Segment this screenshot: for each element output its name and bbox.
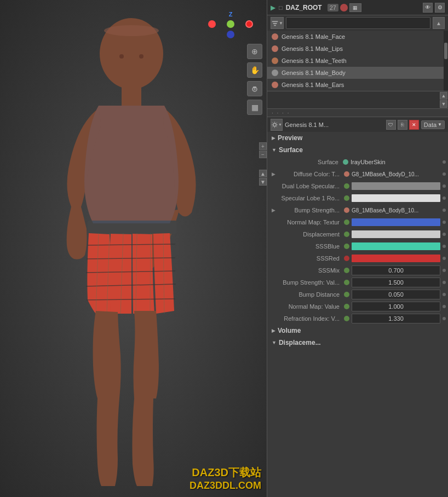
bump-distance-content: 0.050	[344, 290, 446, 299]
sss-blue-row[interactable]: SSSBlue	[267, 240, 448, 252]
bump-strength-content: G8_1MBaseA_BodyB_10...	[344, 207, 446, 213]
transform-gizmo: Z	[208, 11, 253, 38]
icon-count-badge: 27	[328, 4, 338, 11]
diffuse-color-row[interactable]: ▶ Diffuse Color: T... G8_1MBaseA_BodyD_1…	[267, 168, 448, 180]
gizmo-z-label: Z	[229, 11, 233, 18]
dual-lobe-end-dot	[443, 184, 446, 188]
zoom-icon[interactable]: ⊕	[247, 44, 262, 59]
bump-distance-row[interactable]: Bump Distance 0.050	[267, 288, 448, 300]
material-name-teeth: Genesis 8.1 Male_Teeth	[282, 57, 347, 64]
preview-section-header[interactable]: ▶ Preview	[267, 132, 448, 144]
sss-mix-label: SSSMix	[277, 267, 344, 274]
eye-icon[interactable]: 👁	[423, 3, 433, 13]
normal-map-val-field[interactable]: 1.000	[352, 302, 440, 311]
properties-area[interactable]: ▶ Preview ▼ Surface Surface IrayUberSkin…	[267, 132, 448, 497]
refraction-index-value: 1.330	[388, 315, 404, 322]
sss-red-bar	[352, 255, 440, 262]
watermark-line1: DAZ3D下载站	[192, 465, 261, 480]
material-item-teeth[interactable]: Genesis 8.1 Male_Teeth	[267, 55, 448, 67]
bump-strength-row[interactable]: ▶ Bump Strength... G8_1MBaseA_BodyB_10..…	[267, 204, 448, 216]
search-input[interactable]	[286, 17, 430, 29]
sss-red-label: SSSRed	[277, 255, 344, 262]
refraction-index-dot	[344, 316, 349, 321]
material-item-face[interactable]: Genesis 8.1 Male_Face	[267, 31, 448, 43]
displacement-section-title: Displaceme...	[279, 339, 321, 346]
sss-red-row[interactable]: SSSRed	[267, 252, 448, 264]
shield-icon[interactable]: 🛡	[386, 120, 396, 130]
dual-lobe-row[interactable]: Dual Lobe Specular...	[267, 180, 448, 192]
grid-icon[interactable]: ▦	[247, 100, 262, 115]
top-header: ▶ □ DAZ_ROOT 27 ▦ 👁 ⚙	[267, 0, 448, 15]
material-ctrl-icons: 🛡 ⎘ ✕	[386, 120, 419, 130]
sss-mix-dot	[344, 268, 349, 273]
normal-map-tex-end-dot	[443, 221, 446, 224]
material-item-lips[interactable]: Genesis 8.1 Male_Lips	[267, 43, 448, 55]
dual-lobe-bar	[352, 182, 440, 190]
svg-rect-18	[253, 86, 256, 88]
dots-row: · · · ·	[267, 109, 448, 117]
material-dot-ears	[272, 82, 278, 88]
svg-rect-22	[274, 25, 276, 26]
filter-dropdown[interactable]: ▼	[271, 17, 284, 29]
scene-icon: □	[279, 4, 283, 11]
bump-strength-label: Bump Strength...	[277, 207, 344, 213]
material-name-lips: Genesis 8.1 Male_Lips	[282, 45, 343, 52]
surface-section-header[interactable]: ▼ Surface	[267, 144, 448, 156]
diffuse-content: G8_1MBaseA_BodyD_10...	[344, 171, 446, 177]
sss-mix-row[interactable]: SSSMix 0.700	[267, 264, 448, 276]
volume-title: Volume	[278, 327, 301, 334]
displacement-section-header[interactable]: ▼ Displaceme...	[267, 337, 448, 349]
bump-strength-value: G8_1MBaseA_BodyB_10...	[352, 207, 418, 213]
bump-strength-val-row[interactable]: Bump Strength: Val... 1.500	[267, 276, 448, 288]
viewport-toolbar: ⊕ ✋ ▦	[247, 44, 262, 115]
material-ctrl-name: Genesis 8.1 M...	[285, 122, 384, 128]
normal-map-val-row[interactable]: Normal Map: Value 1.000	[267, 300, 448, 313]
panel-nav-arrows: ▲ ▼	[267, 91, 448, 109]
data-mode-dropdown[interactable]: Data ▼	[421, 120, 445, 129]
bump-strength-arrow: ▶	[272, 207, 277, 213]
sss-red-content	[344, 255, 446, 262]
surface-type-label: Surface	[272, 159, 343, 165]
bump-distance-field[interactable]: 0.050	[352, 290, 440, 299]
diffuse-arrow: ▶	[272, 171, 277, 177]
material-dot-teeth	[272, 57, 278, 64]
preview-title: Preview	[278, 134, 302, 142]
sss-blue-bar	[352, 242, 440, 250]
specular-lobe-row[interactable]: Specular Lobe 1 Ro...	[267, 192, 448, 204]
bump-strength-val-content: 1.500	[344, 278, 446, 287]
surface-type-row: Surface IrayUberSkin	[267, 156, 448, 168]
sss-mix-value: 0.700	[388, 267, 404, 274]
refraction-index-end-dot	[443, 317, 446, 320]
sss-mix-field[interactable]: 0.700	[352, 265, 440, 275]
camera-icon[interactable]	[247, 81, 262, 96]
gizmo-y-positive	[227, 20, 234, 28]
copy-icon[interactable]: ⎘	[398, 120, 407, 130]
refraction-index-content: 1.330	[344, 314, 446, 323]
settings-icon[interactable]: ⚙	[435, 3, 445, 13]
refraction-index-field[interactable]: 1.330	[352, 314, 440, 323]
refraction-index-row[interactable]: Refraction Index: V... 1.330	[267, 313, 448, 325]
material-item-ears[interactable]: Genesis 8.1 Male_Ears	[267, 79, 448, 91]
red-circle-icon	[340, 4, 348, 11]
scroll-down-btn[interactable]: ▼	[440, 100, 447, 108]
dual-lobe-label: Dual Lobe Specular...	[277, 183, 344, 189]
volume-section-header[interactable]: ▶ Volume	[267, 325, 448, 337]
specular-lobe-content	[344, 194, 446, 202]
search-up-btn[interactable]: ▲	[433, 17, 445, 29]
refraction-index-label: Refraction Index: V...	[277, 315, 344, 322]
scroll-up-btn[interactable]: ▲	[440, 92, 447, 100]
pan-icon[interactable]: ✋	[247, 62, 262, 78]
material-settings-btn[interactable]: ▼	[271, 119, 283, 131]
surface-type-value: IrayUberSkin	[351, 159, 386, 165]
surface-arrow: ▼	[272, 147, 277, 153]
surface-title: Surface	[279, 146, 303, 154]
grid-view-icon[interactable]: ▦	[349, 3, 361, 12]
bump-strength-val-field[interactable]: 1.500	[352, 278, 440, 287]
close-icon[interactable]: ✕	[409, 120, 419, 130]
displacement-row[interactable]: Displacement	[267, 228, 448, 240]
material-item-body[interactable]: Genesis 8.1 Male_Body	[267, 67, 448, 79]
surface-type-dot	[343, 159, 348, 165]
svg-rect-20	[272, 21, 278, 22]
material-list-scrollbar[interactable]	[444, 31, 448, 91]
normal-map-tex-row[interactable]: Normal Map: Textur	[267, 216, 448, 228]
